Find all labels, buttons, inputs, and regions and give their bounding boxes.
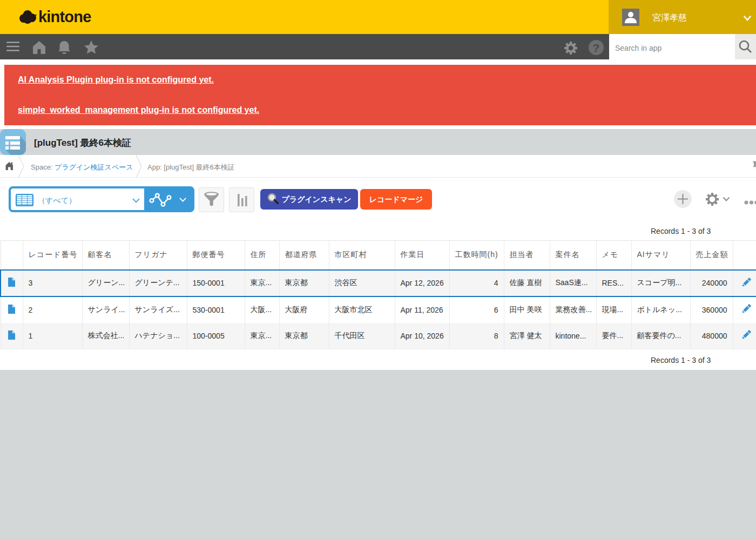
svg-text:?: ?	[593, 42, 600, 54]
